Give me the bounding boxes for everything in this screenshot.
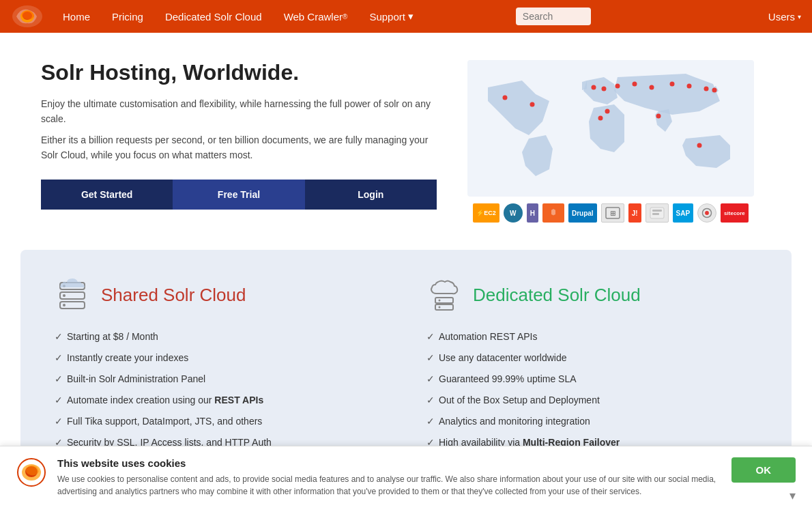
shared-solr-col: Shared Solr Cloud Starting at $8 / Month… [55,277,386,453]
svg-point-27 [705,211,709,215]
shared-feature-2: Instantly create your indexes [55,347,386,369]
cookie-actions: OK ▾ [731,457,796,487]
hero-section: Solr Hosting, Worldwide. Enjoy the ultim… [0,33,812,243]
partner-wordpress: W [504,203,523,223]
shared-features-list: Starting at $8 / Month Instantly create … [55,326,386,453]
shared-solr-title: Shared Solr Cloud [55,277,386,313]
nav-webcrawler[interactable]: Web Crawler® [273,0,359,33]
svg-point-33 [63,304,66,306]
svg-point-37 [439,306,441,309]
site-logo[interactable] [11,4,44,29]
partner-box1: ⊞ [601,203,624,223]
dedicated-feature-1: Automation REST APIs [426,326,757,347]
hero-description: Enjoy the ultimate customisation and fle… [41,96,437,163]
svg-point-10 [650,85,654,90]
partner-joomla: J! [628,203,641,223]
dedicated-feature-2: Use any datacenter worldwide [426,347,757,369]
svg-marker-20 [551,209,555,216]
svg-point-35 [439,300,441,302]
cookie-title: This website uses cookies [57,457,721,469]
nav-pricing[interactable]: Pricing [101,0,154,33]
nav-home[interactable]: Home [52,0,101,33]
cookie-text: We use cookies to personalise content an… [57,473,721,487]
svg-point-11 [670,82,675,87]
search-input[interactable] [516,8,591,25]
dedicated-feature-4: Out of the Box Setup and Deployment [426,390,757,411]
partner-logos: ⚡EC2 W H Drupal ⊞ J! [473,203,749,223]
svg-point-17 [598,116,603,121]
svg-point-18 [605,109,610,114]
partner-magento [542,203,564,223]
free-trial-button[interactable]: Free Trial [173,180,304,210]
svg-point-13 [704,87,709,91]
svg-point-16 [697,143,702,148]
svg-point-7 [602,87,607,91]
svg-point-5 [530,102,535,107]
navbar: Home Pricing Dedicated Solr Cloud Web Cr… [0,0,812,33]
users-dropdown-icon: ▾ [798,13,801,20]
shared-feature-3: Built-in Solr Administration Panel [55,369,386,390]
cookie-content: This website uses cookies We use cookies… [57,457,721,487]
partner-drupal: Drupal [568,203,597,223]
svg-text:⊞: ⊞ [610,210,615,217]
svg-rect-36 [435,304,453,310]
svg-point-31 [63,294,66,297]
users-menu[interactable]: Users ▾ [768,11,801,23]
cookie-logo [16,457,46,487]
hero-content: Solr Hosting, Worldwide. Enjoy the ultim… [41,60,437,210]
hero-title: Solr Hosting, Worldwide. [41,60,437,85]
partner-ec2: ⚡EC2 [473,203,499,223]
shared-feature-4: Automate index creation using our REST A… [55,390,386,411]
svg-rect-34 [435,298,453,303]
svg-point-14 [712,88,717,93]
svg-point-15 [656,114,661,119]
shared-feature-1: Starting at $8 / Month [55,326,386,347]
nav-support[interactable]: Support ▾ [358,0,424,33]
svg-rect-24 [652,210,662,212]
hero-visual: ⚡EC2 W H Drupal ⊞ J! [464,60,757,223]
support-dropdown-icon: ▾ [408,10,414,23]
dedicated-feature-3: Guaranteed 99.99% uptime SLA [426,369,757,390]
shared-feature-5: Full Tika support, DataImport, JTS, and … [55,411,386,432]
hero-buttons: Get Started Free Trial Login [41,180,437,210]
dedicated-feature-5: Analytics and monitoring integration [426,411,757,432]
svg-rect-25 [652,213,659,215]
cookie-ok-button[interactable]: OK [731,457,796,483]
dedicated-solr-icon [426,277,462,313]
partner-heroku: H [527,203,538,223]
partner-sap: SAP [673,203,694,223]
svg-point-4 [503,96,508,100]
svg-point-12 [687,84,692,89]
partner-circle [697,203,716,223]
dedicated-solr-col: Dedicated Solr Cloud Automation REST API… [426,277,757,453]
login-button[interactable]: Login [305,180,437,210]
svg-point-9 [633,82,637,87]
dedicated-solr-title: Dedicated Solr Cloud [426,277,757,313]
shared-solr-icon [55,277,90,313]
dedicated-features-list: Automation REST APIs Use any datacenter … [426,326,757,453]
nav-dedicated[interactable]: Dedicated Solr Cloud [154,0,273,33]
get-started-button[interactable]: Get Started [41,180,173,210]
partner-sitecore: sitecore [721,203,749,223]
search-container [516,8,591,25]
svg-point-8 [615,84,620,89]
cookie-banner: This website uses cookies We use cookies… [0,446,812,487]
world-map [467,60,754,197]
nav-links: Home Pricing Dedicated Solr Cloud Web Cr… [52,0,516,33]
svg-point-6 [592,85,596,90]
partner-box2 [646,203,669,223]
